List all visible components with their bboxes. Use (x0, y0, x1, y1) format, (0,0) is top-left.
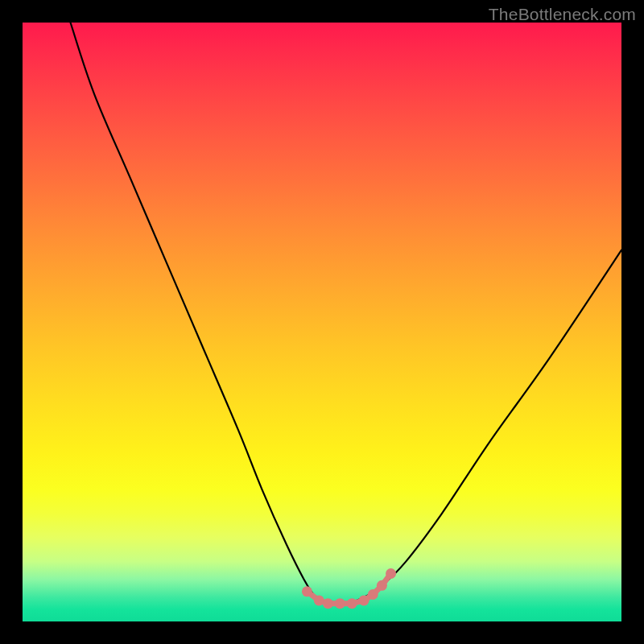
plot-area (23, 23, 621, 621)
marker-dot (377, 580, 387, 591)
bottleneck-curve (71, 23, 621, 605)
marker-dot (335, 598, 345, 609)
chart-frame: TheBottleneck.com (0, 0, 644, 644)
marker-dot (323, 598, 333, 609)
marker-dot (368, 589, 378, 600)
marker-dot (302, 586, 312, 597)
curve-layer (23, 23, 621, 621)
highlight-markers (302, 568, 396, 609)
marker-dot (386, 568, 396, 579)
watermark-text: TheBottleneck.com (489, 5, 636, 24)
marker-dot (359, 595, 369, 605)
marker-dot (347, 598, 357, 609)
marker-dot (314, 595, 324, 605)
